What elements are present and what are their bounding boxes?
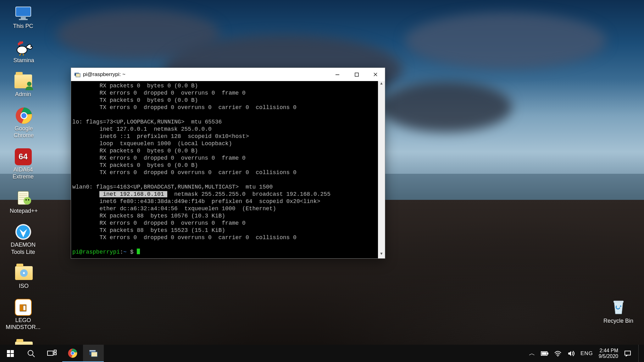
icon-recycle-bin[interactable]: Recycle Bin — [600, 298, 636, 324]
svg-rect-2 — [19, 19, 28, 20]
icon-label: Google Chrome — [6, 125, 42, 139]
notepadpp-icon — [15, 189, 32, 206]
chrome-icon — [15, 107, 32, 124]
minimize-button[interactable] — [328, 68, 347, 81]
svg-rect-41 — [542, 352, 547, 355]
svg-point-28 — [28, 350, 33, 355]
clock-time: 2:44 PM — [599, 348, 618, 354]
taskbar-chrome[interactable] — [62, 345, 83, 362]
icon-stamina[interactable]: Stamina — [6, 39, 42, 64]
chrome-icon — [68, 348, 77, 358]
svg-rect-26 — [7, 354, 10, 357]
svg-rect-24 — [7, 350, 10, 353]
user-icon — [25, 81, 34, 90]
scrollbar[interactable]: ▲ ▼ — [378, 81, 385, 258]
putty-icon — [74, 71, 80, 78]
svg-rect-27 — [11, 354, 14, 357]
task-view-button[interactable] — [42, 345, 62, 362]
maximize-button[interactable] — [347, 68, 366, 81]
task-view-icon — [47, 350, 57, 357]
icon-admin[interactable]: Admin — [5, 73, 41, 98]
svg-point-8 — [21, 113, 26, 118]
icon-label: AIDA64 Extreme — [5, 166, 41, 180]
svg-rect-25 — [11, 350, 14, 353]
scroll-down-icon[interactable]: ▼ — [378, 251, 385, 258]
wifi-icon[interactable] — [554, 350, 562, 357]
close-button[interactable] — [366, 68, 385, 81]
clock-date: 9/5/2020 — [599, 354, 618, 359]
svg-rect-18 — [613, 301, 624, 303]
windows-icon — [7, 350, 14, 357]
svg-point-10 — [24, 197, 31, 205]
icon-lego[interactable]: ◧ LEGO MINDSTOR... — [5, 299, 41, 331]
svg-rect-31 — [54, 350, 56, 352]
icon-label: ISO — [19, 282, 29, 290]
svg-rect-43 — [625, 351, 630, 355]
battery-icon[interactable] — [541, 350, 548, 357]
recycle-bin-icon — [610, 298, 627, 316]
taskbar-putty[interactable] — [83, 345, 104, 362]
terminal-output[interactable]: RX packets 0 bytes 0 (0.0 B) RX errors 0… — [71, 81, 378, 258]
svg-rect-30 — [47, 351, 53, 355]
putty-window: pi@raspberrypi: ~ RX packets 0 bytes 0 (… — [71, 68, 385, 259]
svg-point-12 — [28, 199, 29, 200]
svg-point-42 — [557, 355, 558, 356]
svg-rect-40 — [547, 353, 548, 354]
search-button[interactable] — [21, 345, 42, 362]
icon-label: LEGO MINDSTOR... — [5, 317, 41, 331]
svg-line-29 — [32, 355, 35, 357]
icon-label: This PC — [13, 23, 33, 30]
icon-notepadpp[interactable]: Notepad++ — [6, 189, 42, 215]
svg-point-4 — [19, 46, 20, 47]
svg-rect-37 — [91, 352, 97, 356]
icon-daemon[interactable]: DAEMON Tools Lite — [5, 223, 41, 255]
icon-label: DAEMON Tools Lite — [5, 241, 41, 255]
monitor-icon — [14, 6, 32, 21]
window-title: pi@raspberrypi: ~ — [83, 71, 328, 78]
taskbar: ︿ ENG 2:44 PM 9/5/2020 — [0, 345, 644, 362]
icon-chrome[interactable]: Google Chrome — [6, 107, 42, 139]
svg-rect-23 — [355, 73, 358, 76]
svg-rect-38 — [89, 350, 96, 351]
notifications-icon[interactable] — [624, 350, 631, 357]
tray-chevron-up-icon[interactable]: ︿ — [529, 349, 535, 358]
putty-icon — [89, 349, 98, 358]
start-button[interactable] — [0, 345, 21, 362]
titlebar[interactable]: pi@raspberrypi: ~ — [71, 68, 385, 81]
lego-icon: ◧ — [15, 299, 32, 316]
svg-point-35 — [71, 352, 74, 354]
language-indicator[interactable]: ENG — [580, 350, 593, 357]
icon-label: Admin — [15, 91, 31, 98]
scroll-up-icon[interactable]: ▲ — [378, 81, 385, 88]
svg-rect-22 — [336, 74, 339, 75]
daemon-icon — [15, 223, 32, 240]
show-desktop-button[interactable] — [638, 345, 641, 362]
icon-iso[interactable]: ISO — [6, 264, 42, 290]
svg-rect-1 — [21, 17, 26, 19]
system-tray: ︿ ENG 2:44 PM 9/5/2020 — [529, 345, 644, 362]
icon-label: Notepad++ — [10, 207, 38, 215]
folder-icon — [15, 266, 33, 280]
volume-icon[interactable] — [567, 350, 575, 357]
svg-point-15 — [23, 272, 25, 274]
svg-point-5 — [27, 82, 31, 86]
svg-rect-21 — [75, 72, 79, 73]
aida64-icon: 64 — [15, 148, 32, 165]
icon-label: Recycle Bin — [600, 318, 636, 324]
icon-this-pc[interactable]: This PC — [5, 4, 41, 30]
icon-label: Stamina — [13, 57, 34, 64]
search-icon — [27, 349, 35, 358]
svg-rect-32 — [54, 353, 56, 355]
svg-rect-20 — [76, 74, 80, 77]
clock[interactable]: 2:44 PM 9/5/2020 — [599, 348, 618, 359]
svg-point-11 — [25, 199, 27, 200]
icon-aida64[interactable]: 64 AIDA64 Extreme — [5, 148, 41, 180]
rooster-icon — [15, 39, 33, 56]
svg-rect-0 — [16, 7, 31, 16]
